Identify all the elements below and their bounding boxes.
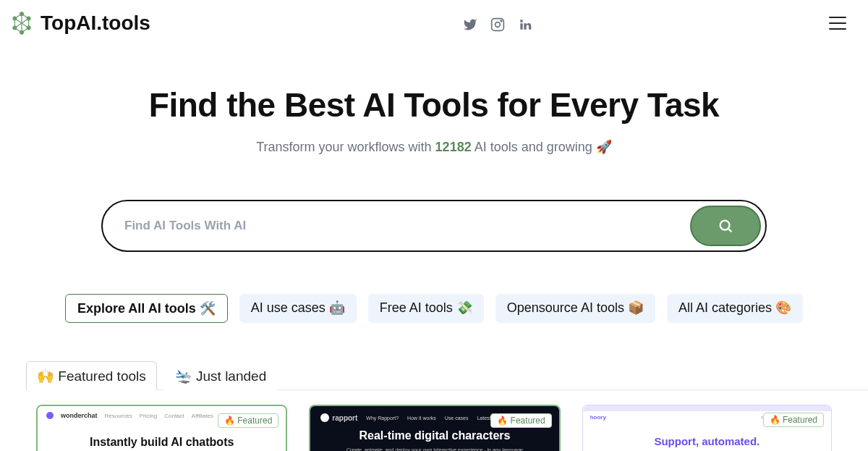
tab-just-landed[interactable]: 🛬 Just landed [164, 361, 277, 390]
tool-count: 12182 [435, 140, 472, 154]
instagram-icon[interactable] [490, 17, 505, 32]
featured-badge: 🔥 Featured [490, 413, 551, 428]
pill-explore-all[interactable]: Explore All AI tools 🛠️ [65, 294, 228, 323]
card-brand: wonderchat [61, 412, 98, 419]
logo[interactable]: TopAI.tools [10, 12, 150, 35]
tool-card-wonderchat[interactable]: 🔥 Featured wonderchat Resources Pricing … [36, 405, 287, 451]
pill-categories[interactable]: All AI categories 🎨 [667, 294, 803, 323]
svg-line-14 [728, 229, 732, 232]
tab-featured[interactable]: 🙌 Featured tools [26, 361, 157, 390]
card-headline: Real-time digital characters [320, 429, 548, 442]
linkedin-icon[interactable] [518, 17, 532, 32]
tool-card-hoory[interactable]: 🔥 Featured hoory Features Pricing Resour… [582, 405, 832, 451]
brand-logo-icon [10, 12, 33, 35]
card-subtext: Create, animate, and deploy your own int… [320, 447, 548, 451]
featured-badge: 🔥 Featured [218, 413, 278, 428]
hero-subtitle: Transform your workflows with 12182 AI t… [14, 139, 854, 155]
search-icon [718, 218, 733, 234]
pill-free-tools[interactable]: Free AI tools 💸 [368, 294, 484, 323]
menu-button[interactable] [829, 17, 846, 30]
card-headline: Support, automated. Users, satisfied. [583, 435, 831, 451]
twitter-icon[interactable] [463, 17, 477, 32]
card-headline: Instantly build AI chatbots from your kn… [46, 435, 277, 451]
rapport-logo-icon: rapport [320, 413, 357, 422]
wonderchat-logo-icon [46, 412, 54, 419]
svg-point-13 [720, 221, 730, 230]
search-input[interactable] [124, 219, 690, 233]
brand-name: TopAI.tools [41, 12, 150, 35]
featured-badge: 🔥 Featured [763, 413, 824, 427]
tabs: 🙌 Featured tools 🛬 Just landed [26, 361, 868, 390]
pill-opensource[interactable]: Opensource AI tools 📦 [495, 294, 655, 323]
svg-point-12 [501, 20, 502, 22]
hero-title: Find the Best AI Tools for Every Task [14, 85, 854, 125]
category-pills: Explore All AI tools 🛠️ AI use cases 🤖 F… [0, 294, 868, 323]
pill-use-cases[interactable]: AI use cases 🤖 [239, 294, 357, 323]
search-button[interactable] [690, 206, 761, 246]
tool-card-rapport[interactable]: 🔥 Featured rapport Why Rapport? How it w… [309, 405, 560, 451]
search-bar [101, 200, 767, 252]
svg-point-11 [495, 22, 501, 28]
hoory-logo-icon: hoory [590, 414, 606, 421]
